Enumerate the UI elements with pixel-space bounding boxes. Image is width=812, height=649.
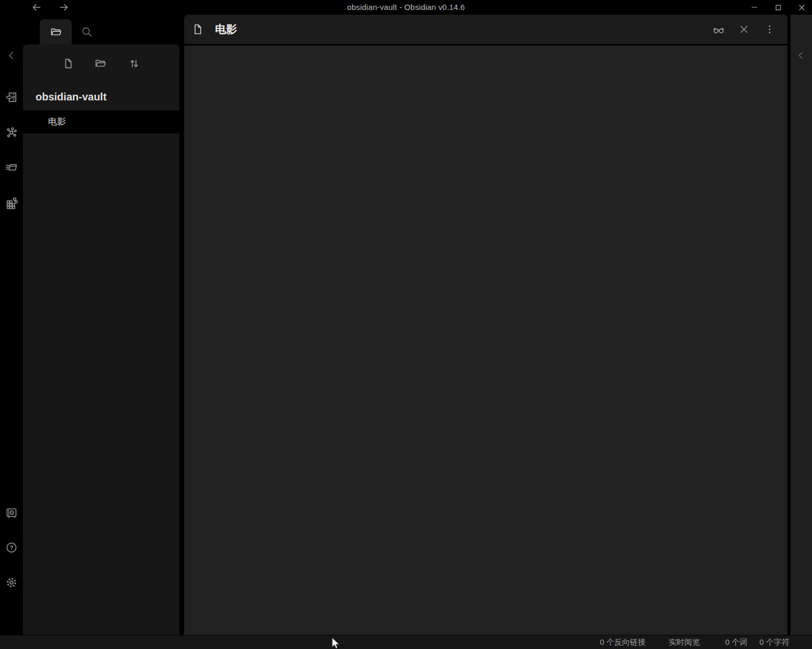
chevron-left-icon xyxy=(6,50,17,61)
close-pane-button[interactable] xyxy=(738,23,750,36)
document-icon xyxy=(191,23,204,36)
close-icon xyxy=(738,24,750,35)
settings-button[interactable] xyxy=(5,576,18,589)
new-note-icon xyxy=(62,58,74,70)
editor-actions xyxy=(712,23,787,36)
glasses-icon xyxy=(712,23,725,36)
file-tree-item-selected[interactable]: 电影 xyxy=(23,110,179,133)
edit-mode-indicator[interactable]: 实时阅览 xyxy=(669,637,700,647)
app-workspace: ? xyxy=(0,15,812,635)
char-count: 0 个字符 xyxy=(759,637,790,647)
svg-text:?: ? xyxy=(9,544,13,551)
left-ribbon: ? xyxy=(0,15,23,635)
switch-vault-button[interactable] xyxy=(5,507,18,519)
status-bar: 0 个反向链接 实时阅览 0 个词 0 个字符 xyxy=(0,635,812,649)
vault-safe-icon xyxy=(5,507,18,519)
file-explorer-panel: obsidian-vault 电影 xyxy=(23,44,179,635)
sidebar-tabstrip xyxy=(23,15,179,44)
more-options-button[interactable] xyxy=(763,23,776,36)
window-title: obsidian-vault - Obsidian v0.14.6 xyxy=(0,0,812,15)
sort-order-button[interactable] xyxy=(128,57,140,70)
card-speed-icon xyxy=(5,161,18,174)
window-controls xyxy=(747,0,809,15)
editor-header: 电影 xyxy=(184,15,787,44)
left-sidebar: obsidian-vault 电影 xyxy=(23,15,179,635)
minimize-button[interactable] xyxy=(747,0,762,15)
graph-view-button[interactable] xyxy=(5,126,18,139)
chevron-left-icon xyxy=(796,50,806,61)
right-sidebar-strip xyxy=(791,15,812,635)
expand-right-sidebar-button[interactable] xyxy=(795,49,807,62)
help-button[interactable]: ? xyxy=(5,541,18,554)
blocks-button[interactable] xyxy=(5,197,18,209)
tab-file-explorer[interactable] xyxy=(40,19,72,44)
search-icon xyxy=(81,26,93,38)
quick-card-button[interactable] xyxy=(5,161,18,174)
tab-search[interactable] xyxy=(73,19,100,44)
file-import-icon xyxy=(5,91,18,104)
titlebar: obsidian-vault - Obsidian v0.14.6 xyxy=(0,0,812,15)
editor-body[interactable] xyxy=(184,45,787,635)
help-circle-icon: ? xyxy=(5,541,18,554)
blocks-grid-icon xyxy=(5,197,18,209)
minimize-icon xyxy=(750,3,759,12)
note-title: 电影 xyxy=(215,22,237,37)
close-window-button[interactable] xyxy=(794,0,809,15)
reading-mode-button[interactable] xyxy=(712,23,725,36)
maximize-button[interactable] xyxy=(771,0,785,15)
graph-icon xyxy=(5,126,18,139)
close-icon xyxy=(797,3,806,12)
sort-arrows-icon xyxy=(128,58,140,70)
collapse-left-sidebar-button[interactable] xyxy=(5,49,18,62)
quick-switcher-button[interactable] xyxy=(5,91,18,104)
new-folder-icon xyxy=(94,57,107,70)
folder-icon xyxy=(50,26,62,38)
new-folder-button[interactable] xyxy=(94,57,107,70)
gear-icon xyxy=(5,576,18,589)
editor-pane: 电影 xyxy=(184,15,787,635)
kebab-icon xyxy=(764,24,775,35)
backlink-count[interactable]: 0 个反向链接 xyxy=(600,637,646,647)
vault-name[interactable]: obsidian-vault xyxy=(36,91,107,103)
word-count: 0 个词 xyxy=(725,637,748,647)
maximize-icon xyxy=(774,4,782,12)
new-note-button[interactable] xyxy=(62,57,74,70)
